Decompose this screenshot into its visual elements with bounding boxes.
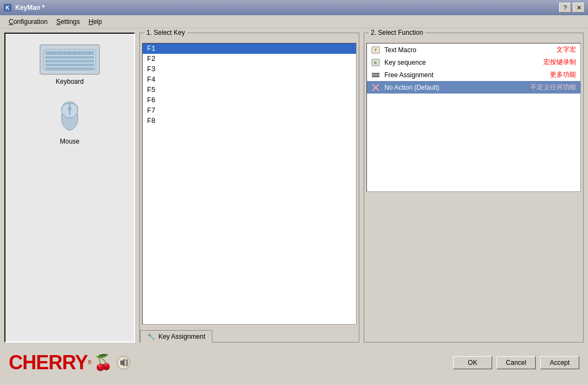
key-item-f4[interactable]: F4	[143, 74, 356, 85]
key-item-f1[interactable]: F1	[143, 44, 356, 54]
content-row: Keyboard Mouse	[4, 33, 584, 343]
keyboard-device-item[interactable]: Keyboard	[40, 45, 100, 85]
function-list[interactable]: T Text Macro 文字宏 K Key s	[366, 43, 581, 192]
bottom-area: CHERRY ® 🍒 OK Cancel Accept	[4, 343, 584, 381]
app-icon: K	[3, 3, 12, 12]
svg-rect-27	[372, 76, 379, 77]
select-key-title: 1. Select Key	[144, 29, 187, 36]
mouse-device-item[interactable]: Mouse	[56, 96, 83, 145]
ok-button[interactable]: OK	[453, 356, 492, 369]
bottom-buttons: OK Cancel Accept	[453, 356, 579, 369]
function-free-assignment[interactable]: Free Assignment 更多功能	[367, 69, 580, 81]
key-item-f6[interactable]: F6	[143, 95, 356, 105]
function-key-sequence[interactable]: K Key sequence 宏按键录制	[367, 56, 580, 69]
function-text-macro[interactable]: T Text Macro 文字宏	[367, 44, 580, 56]
device-panel: Keyboard Mouse	[4, 33, 135, 343]
window-controls: ? ✕	[559, 3, 585, 13]
key-assignment-label: Key Assignment	[158, 333, 205, 340]
svg-rect-7	[45, 67, 94, 70]
key-sequence-icon: K	[371, 58, 380, 67]
no-action-label-cn: 不定义任何功能	[530, 83, 576, 92]
cherry-logo: CHERRY ® 🍒	[9, 351, 132, 374]
svg-rect-6	[45, 64, 94, 66]
key-assignment-tab[interactable]: 🔧 Key Assignment	[140, 330, 212, 343]
main-content: Keyboard Mouse	[0, 28, 588, 385]
keyboard-icon-container	[40, 45, 100, 74]
no-action-icon	[371, 83, 380, 92]
select-function-group: 2. Select Function T Text Macro 文字宏	[364, 33, 584, 343]
svg-rect-5	[45, 60, 94, 63]
cherry-fruit-icon: 🍒	[94, 353, 113, 372]
svg-rect-25	[372, 73, 379, 74]
svg-text:K: K	[5, 5, 10, 11]
menu-help[interactable]: Help	[84, 17, 107, 27]
svg-rect-26	[372, 74, 379, 76]
registered-mark: ®	[88, 360, 91, 366]
key-item-f7[interactable]: F7	[143, 105, 356, 116]
menu-configuration[interactable]: Configuration	[4, 17, 52, 27]
select-key-group: 1. Select Key F1 F2 F3 F4 F5 F6 F7 F8 🔧 …	[139, 33, 359, 343]
mouse-svg	[59, 99, 81, 132]
middle-panel: 1. Select Key F1 F2 F3 F4 F5 F6 F7 F8 🔧 …	[139, 33, 359, 343]
svg-text:T: T	[375, 48, 377, 53]
help-button[interactable]: ?	[559, 3, 571, 13]
text-macro-label: Text Macro	[384, 46, 552, 54]
free-assignment-label-cn: 更多功能	[550, 70, 576, 79]
accept-button[interactable]: Accept	[540, 356, 579, 369]
mouse-label: Mouse	[60, 138, 79, 145]
no-action-label: No Action (Default)	[384, 84, 526, 91]
right-panel: 2. Select Function T Text Macro 文字宏	[364, 33, 584, 343]
function-empty-space	[364, 194, 583, 342]
free-assignment-label: Free Assignment	[384, 71, 546, 79]
cherry-text: CHERRY	[9, 351, 88, 374]
key-assignment-icon: 🔧	[147, 333, 155, 340]
mouse-icon-wrapper	[56, 96, 83, 134]
svg-point-20	[68, 107, 71, 111]
speaker-icon	[115, 354, 132, 371]
menu-bar: Configuration Settings Help	[0, 15, 588, 28]
key-list[interactable]: F1 F2 F3 F4 F5 F6 F7 F8	[142, 43, 357, 325]
key-item-f5[interactable]: F5	[143, 85, 356, 95]
key-sequence-label: Key sequence	[384, 59, 539, 66]
key-item-f8[interactable]: F8	[143, 116, 356, 126]
svg-text:K: K	[374, 60, 377, 65]
keyboard-svg	[42, 48, 97, 71]
cancel-button[interactable]: Cancel	[497, 356, 536, 369]
free-assignment-icon	[371, 71, 380, 79]
key-item-f2[interactable]: F2	[143, 54, 356, 64]
svg-rect-4	[45, 56, 94, 59]
text-macro-icon: T	[371, 46, 380, 54]
text-macro-label-cn: 文字宏	[556, 45, 576, 54]
tab-area: 🔧 Key Assignment	[140, 330, 359, 342]
key-item-f3[interactable]: F3	[143, 64, 356, 74]
function-no-action[interactable]: No Action (Default) 不定义任何功能	[367, 81, 580, 94]
close-button[interactable]: ✕	[573, 3, 585, 13]
window-title: KeyMan *	[15, 4, 45, 11]
title-bar-left: K KeyMan *	[3, 3, 45, 12]
keyboard-label: Keyboard	[56, 78, 83, 85]
select-function-title: 2. Select Function	[369, 29, 425, 36]
key-sequence-label-cn: 宏按键录制	[543, 58, 576, 67]
menu-settings[interactable]: Settings	[52, 17, 84, 27]
title-bar: K KeyMan * ? ✕	[0, 0, 588, 15]
